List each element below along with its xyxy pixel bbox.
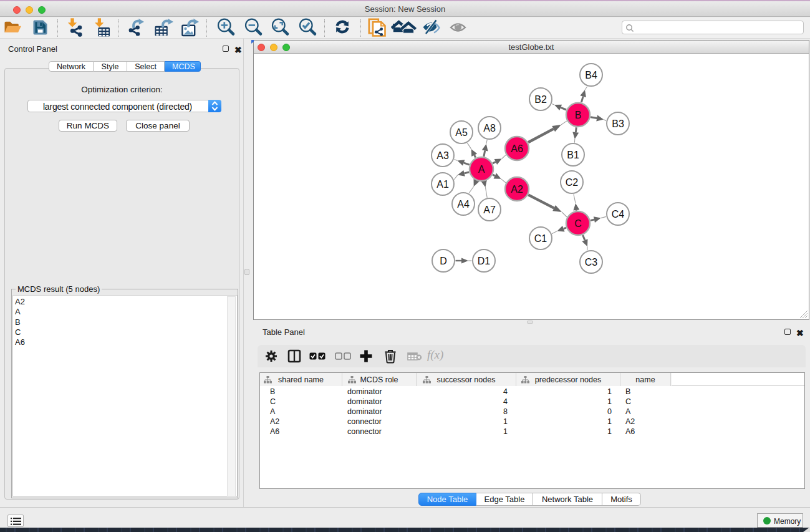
svg-text:C2: C2 [566,177,579,188]
svg-text:A6: A6 [511,143,523,154]
svg-text:D: D [440,256,447,266]
svg-text:C: C [574,218,582,229]
svg-text:A5: A5 [455,127,468,138]
svg-text:B1: B1 [567,150,579,160]
svg-text:A: A [478,164,485,175]
svg-text:B2: B2 [534,94,547,105]
svg-text:B3: B3 [612,118,624,129]
svg-text:B4: B4 [585,70,597,80]
svg-text:A2: A2 [511,184,523,195]
svg-text:D1: D1 [478,256,491,266]
svg-text:C4: C4 [612,209,625,220]
svg-text:A1: A1 [436,179,449,190]
svg-text:A3: A3 [436,150,449,161]
svg-text:C1: C1 [534,233,547,244]
svg-text:A8: A8 [483,123,496,133]
svg-text:C3: C3 [585,257,598,268]
svg-text:A7: A7 [483,205,496,215]
svg-text:A4: A4 [457,199,470,210]
svg-text:B: B [575,110,582,120]
